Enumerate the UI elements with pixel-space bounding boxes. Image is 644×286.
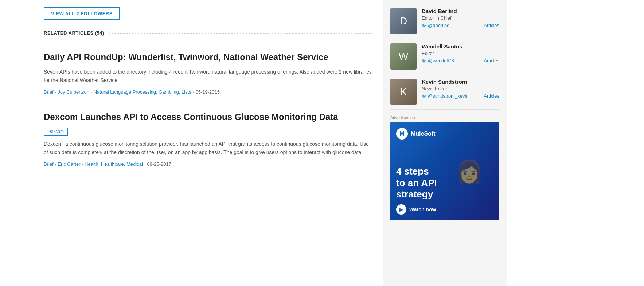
related-articles-divider — [109, 33, 372, 34]
article-item: Daily API RoundUp: Wunderlist, Twinword,… — [44, 43, 372, 103]
meta-separator: · — [193, 89, 194, 95]
editor-avatar: D — [390, 8, 417, 34]
ad-play-icon: ▶ — [396, 204, 406, 215]
editor-role: Editor in Chief — [422, 15, 499, 21]
editor-links: @sundstrom_kevin Articles — [422, 93, 499, 99]
article-title[interactable]: Dexcom Launches API to Access Continuous… — [44, 111, 372, 122]
ad-cta-text: Watch now — [409, 207, 436, 212]
article-categories-link[interactable]: Natural Language Processing, Gambling, L… — [94, 89, 191, 95]
article-date: 09-25-2017 — [147, 161, 171, 167]
related-articles-header: RELATED ARTICLES (54) — [44, 30, 372, 36]
article-categories-link[interactable]: Health, Healthcare, Medical — [85, 161, 143, 167]
ad-label: Advertisement — [390, 115, 499, 120]
editor-card: W Wendell Santos Editor @wendell78 Artic… — [390, 39, 499, 74]
meta-separator: · — [55, 89, 56, 95]
editor-role: Editor — [422, 51, 499, 56]
editor-name: David Berlind — [422, 8, 499, 14]
ad-cta[interactable]: ▶ Watch now — [396, 204, 493, 215]
meta-separator: · — [144, 161, 146, 167]
article-title[interactable]: Daily API RoundUp: Wunderlist, Twinword,… — [44, 51, 372, 63]
editor-avatar: W — [390, 43, 417, 70]
ad-banner[interactable]: M MuleSoft 👩 4 steps to an API strategy … — [390, 122, 499, 220]
avatar-placeholder: D — [390, 8, 417, 34]
article-type-link[interactable]: Brief — [44, 161, 54, 167]
editor-links: @dberlind Articles — [422, 23, 499, 28]
editor-cards: D David Berlind Editor in Chief @dberlin… — [390, 4, 499, 110]
view-all-followers-button[interactable]: VIEW ALL 2 FOLLOWERS — [44, 7, 120, 20]
article-date: 05-19-2015 — [195, 89, 220, 95]
article-tag[interactable]: Dexcom — [44, 128, 68, 136]
editor-twitter-link[interactable]: @sundstrom_kevin — [422, 93, 469, 99]
article-summary: Dexcom, a continuous glucose monitoring … — [44, 140, 372, 156]
editor-card: K Kevin Sundstrom News Editor @sundstrom… — [390, 74, 499, 110]
article-summary: Seven APIs have been added to the direct… — [44, 68, 372, 84]
main-content: VIEW ALL 2 FOLLOWERS RELATED ARTICLES (5… — [0, 0, 383, 286]
editor-articles-link[interactable]: Articles — [484, 93, 499, 99]
article-meta: Brief · Joy Culbertson · Natural Languag… — [44, 89, 372, 95]
avatar-placeholder: K — [390, 79, 417, 105]
ad-section: Advertisement M MuleSoft 👩 4 steps to an… — [390, 115, 499, 220]
editor-card: D David Berlind Editor in Chief @dberlin… — [390, 4, 499, 39]
meta-separator: · — [55, 161, 56, 167]
meta-separator: · — [91, 89, 92, 95]
editor-name: Kevin Sundstrom — [422, 79, 499, 85]
ad-brand-name: MuleSoft — [411, 130, 436, 137]
related-articles-title: RELATED ARTICLES (54) — [44, 30, 104, 36]
article-author-link[interactable]: Joy Culbertson — [58, 89, 89, 95]
avatar-placeholder: W — [390, 43, 417, 70]
editor-articles-link[interactable]: Articles — [484, 58, 499, 63]
ad-logo: M MuleSoft — [396, 128, 436, 140]
editor-twitter-link[interactable]: @dberlind — [422, 23, 450, 28]
mulesoft-logo-icon: M — [396, 128, 408, 140]
sidebar: D David Berlind Editor in Chief @dberlin… — [383, 0, 507, 286]
article-meta: Brief · Eric Carter · Health, Healthcare… — [44, 161, 372, 167]
ad-headline: 4 steps to an API strategy — [396, 166, 493, 200]
editor-info: Wendell Santos Editor @wendell78 Article… — [422, 43, 499, 63]
editor-articles-link[interactable]: Articles — [484, 23, 499, 28]
meta-separator: · — [82, 161, 83, 167]
editor-avatar: K — [390, 79, 417, 105]
article-item: Dexcom Launches API to Access Continuous… — [44, 103, 372, 175]
article-author-link[interactable]: Eric Carter — [58, 161, 80, 167]
editor-twitter-link[interactable]: @wendell78 — [422, 58, 454, 63]
editor-links: @wendell78 Articles — [422, 58, 499, 63]
editor-info: Kevin Sundstrom News Editor @sundstrom_k… — [422, 79, 499, 99]
page-container: VIEW ALL 2 FOLLOWERS RELATED ARTICLES (5… — [0, 0, 644, 286]
article-type-link[interactable]: Brief — [44, 89, 54, 95]
editor-name: Wendell Santos — [422, 43, 499, 50]
editor-info: David Berlind Editor in Chief @dberlind … — [422, 8, 499, 28]
editor-role: News Editor — [422, 86, 499, 91]
